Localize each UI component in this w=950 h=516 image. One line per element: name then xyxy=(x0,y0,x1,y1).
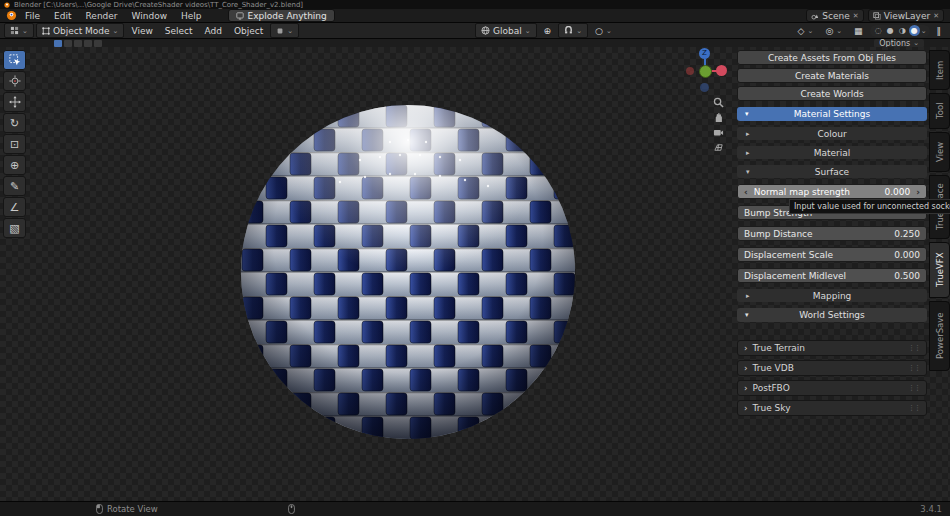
tool-move[interactable] xyxy=(3,92,26,112)
proportional-edit-button[interactable]: ○ ⌄ xyxy=(590,24,617,37)
create-assets-button[interactable]: Create Assets From Obj Files xyxy=(737,50,927,65)
displacement-midlevel-slider[interactable]: Displacement Midlevel 0.500 xyxy=(737,268,927,283)
show-overlays-toggle[interactable]: ◎ ⌄ xyxy=(820,24,847,37)
shading-material-button[interactable]: ◑ xyxy=(897,25,908,36)
tool-shelf: ↻ ⊡ ⊕ ✎ ∠ ▧ xyxy=(3,50,25,238)
workspace-tab[interactable]: Explode Anything xyxy=(228,9,335,22)
scene-unlink-icon[interactable]: ✕ xyxy=(853,12,859,20)
zoom-view-button[interactable] xyxy=(711,95,726,110)
tool-scale[interactable]: ⊡ xyxy=(3,134,26,154)
tool-annotate[interactable]: ✎ xyxy=(3,176,26,196)
menu-view[interactable]: View xyxy=(126,24,157,37)
menu-add[interactable]: Add xyxy=(200,24,227,37)
drag-grip-icon[interactable]: ⋮⋮ xyxy=(908,364,920,372)
colour-subpanel[interactable]: ▸ Colour xyxy=(737,127,927,140)
grid-plane-icon xyxy=(713,142,724,153)
statusbar-hint: Rotate View xyxy=(107,504,158,514)
world-settings-header[interactable]: ▾ World Settings xyxy=(737,308,927,322)
axis-z-neg-handle[interactable] xyxy=(700,83,709,92)
shading-wireframe-button[interactable]: ◌ xyxy=(873,25,884,36)
menu-render[interactable]: Render xyxy=(80,11,124,21)
snap-caret: ⌄ xyxy=(576,27,582,35)
true-sky-panel[interactable]: › True Sky ⋮⋮ xyxy=(737,400,927,416)
editor-type-selector[interactable]: ⌄ xyxy=(4,23,34,38)
axis-y-handle[interactable] xyxy=(699,65,712,78)
drag-grip-icon[interactable]: ⋮⋮ xyxy=(908,344,920,352)
true-vdb-panel[interactable]: › True VDB ⋮⋮ xyxy=(737,360,927,376)
move-view-button[interactable] xyxy=(711,110,726,125)
snap-button[interactable]: ⌄ xyxy=(558,23,588,38)
orientation-caret: ⌄ xyxy=(525,27,531,35)
tab-truevfx[interactable]: TrueVFX xyxy=(929,242,950,298)
axis-z-handle[interactable]: Z xyxy=(699,48,710,59)
tool-transform[interactable]: ⊕ xyxy=(3,155,26,175)
displacement-midlevel-label: Displacement Midlevel xyxy=(744,271,846,281)
tool-mode-toggle-invert[interactable] xyxy=(84,40,92,47)
transform-orientation[interactable]: Global ⌄ xyxy=(475,23,537,38)
menu-window[interactable]: Window xyxy=(126,11,174,21)
tool-measure[interactable]: ∠ xyxy=(3,197,26,217)
tool-box-select[interactable] xyxy=(3,50,26,70)
tab-powersave[interactable]: PowerSave xyxy=(929,301,950,371)
blender-app-icon[interactable] xyxy=(6,10,17,21)
tool-add-cube[interactable]: ▧ xyxy=(3,218,26,238)
shading-rendered-button[interactable]: ● xyxy=(909,25,920,36)
surface-subpanel[interactable]: ▾ Surface xyxy=(737,165,927,178)
collapse-icon: ▾ xyxy=(745,311,749,319)
tool-mode-toggle-set[interactable] xyxy=(54,40,62,47)
viewlayer-unlink-icon[interactable]: ✕ xyxy=(933,12,939,20)
normal-map-strength-slider[interactable]: ‹ Normal map strength 0.000 › xyxy=(737,184,927,199)
editor-type-icon xyxy=(10,26,19,35)
mode-selector[interactable]: Object Mode ⌄ xyxy=(36,23,125,38)
tool-mode-toggle-subtract[interactable] xyxy=(74,40,82,47)
slider-decrease-icon[interactable]: ‹ xyxy=(744,187,748,197)
viewlayer-selector[interactable]: ViewLayer ✕ xyxy=(868,9,944,22)
viewport-3d[interactable]: ↻ ⊡ ⊕ ✎ ∠ ▧ Z xyxy=(0,47,950,502)
shading-caret[interactable]: ⌄ xyxy=(921,27,927,35)
tab-view[interactable]: View xyxy=(929,132,950,172)
menu-help[interactable]: Help xyxy=(175,11,208,21)
object-options-dropdown[interactable]: ⌄ xyxy=(270,23,299,38)
measure-icon: ∠ xyxy=(10,201,20,214)
drag-grip-icon[interactable]: ⋮⋮ xyxy=(908,384,920,392)
expand-icon: ▸ xyxy=(746,130,750,138)
camera-view-button[interactable] xyxy=(711,125,726,140)
tab-tool[interactable]: Tool xyxy=(929,93,950,129)
create-materials-button[interactable]: Create Materials xyxy=(737,68,927,83)
menu-object[interactable]: Object xyxy=(229,24,268,37)
bump-distance-slider[interactable]: Bump Distance 0.250 xyxy=(737,226,927,241)
pivot-point-button[interactable]: ⊕ xyxy=(539,24,557,37)
editor-type-caret: ⌄ xyxy=(22,27,28,35)
slider-increase-icon[interactable]: › xyxy=(916,187,920,197)
pause-render-button[interactable]: ‖ xyxy=(932,24,947,37)
tool-mode-toggle-extend[interactable] xyxy=(64,40,72,47)
material-subpanel[interactable]: ▸ Material xyxy=(737,146,927,159)
drag-grip-icon[interactable]: ⋮⋮ xyxy=(908,404,920,412)
show-gizmo-toggle[interactable]: ◇ ⌄ xyxy=(793,24,819,37)
tab-item[interactable]: Item xyxy=(929,50,950,90)
true-terrain-panel[interactable]: › True Terrain ⋮⋮ xyxy=(737,340,927,356)
displacement-scale-slider[interactable]: Displacement Scale 0.000 xyxy=(737,247,927,262)
axis-x-handle[interactable] xyxy=(716,65,727,76)
proportional-caret: ⌄ xyxy=(606,27,612,35)
menu-edit[interactable]: Edit xyxy=(48,11,77,21)
scene-selector[interactable]: Scene ✕ xyxy=(806,9,863,22)
xray-toggle[interactable]: ▦ xyxy=(849,24,868,37)
perspective-toggle-button[interactable] xyxy=(711,140,726,155)
mapping-subpanel[interactable]: ▸ Mapping xyxy=(737,289,927,302)
tool-cursor[interactable] xyxy=(3,71,26,91)
postfbo-panel[interactable]: › PostFBO ⋮⋮ xyxy=(737,380,927,396)
chevron-right-icon: › xyxy=(744,343,748,353)
tool-mode-toggle-intersect[interactable] xyxy=(94,40,102,47)
tool-rotate[interactable]: ↻ xyxy=(3,113,26,133)
create-worlds-button[interactable]: Create Worlds xyxy=(737,86,927,101)
scene-viewlayer-area: Scene ✕ ViewLayer ✕ xyxy=(806,9,944,22)
material-settings-header[interactable]: ▾ Material Settings xyxy=(737,107,927,121)
axis-x-neg-handle[interactable] xyxy=(686,67,694,75)
menu-file[interactable]: File xyxy=(19,11,46,21)
chevron-right-icon: › xyxy=(744,403,748,413)
transform-icon: ⊕ xyxy=(10,159,19,172)
shading-solid-button[interactable]: ● xyxy=(885,25,896,36)
mode-label: Object Mode xyxy=(53,26,110,36)
menu-select[interactable]: Select xyxy=(160,24,198,37)
